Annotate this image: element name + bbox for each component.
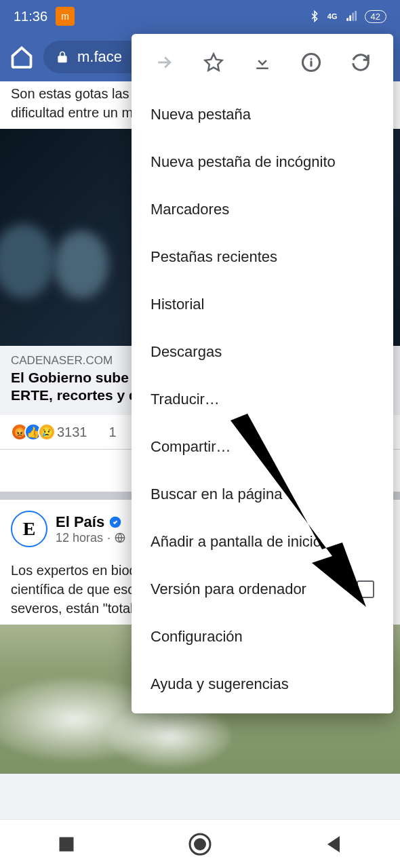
- url-text: m.face: [77, 48, 122, 66]
- post-author[interactable]: El País: [56, 513, 125, 531]
- reaction-icons: 😡 👍 😢: [11, 423, 52, 441]
- info-button[interactable]: [299, 50, 323, 75]
- menu-item-share[interactable]: Compartir…: [132, 423, 393, 471]
- menu-item-incognito[interactable]: Nueva pestaña de incógnito: [132, 138, 393, 186]
- home-button[interactable]: [188, 832, 212, 856]
- browser-menu: Nueva pestaña Nueva pestaña de incógnito…: [132, 34, 393, 713]
- recent-apps-button[interactable]: [54, 832, 79, 856]
- menu-item-recent-tabs[interactable]: Pestañas recientes: [132, 233, 393, 281]
- svg-rect-2: [60, 837, 74, 851]
- menu-item-add-homescreen[interactable]: Añadir a pantalla de inicio: [132, 518, 393, 566]
- menu-item-settings[interactable]: Configuración: [132, 613, 393, 660]
- reload-button[interactable]: [348, 50, 373, 75]
- menu-item-new-tab[interactable]: Nueva pestaña: [132, 91, 393, 138]
- android-status-bar: 11:36 m 4G 42: [0, 0, 400, 33]
- menu-item-find[interactable]: Buscar en la página: [132, 471, 393, 518]
- forward-button[interactable]: [152, 50, 176, 75]
- reactions-count: 3131: [57, 425, 87, 440]
- download-button[interactable]: [250, 50, 275, 75]
- desktop-site-checkbox[interactable]: [357, 580, 374, 598]
- menu-item-translate[interactable]: Traducir…: [132, 376, 393, 423]
- status-time: 11:36: [14, 9, 47, 24]
- bluetooth-icon: [308, 9, 321, 24]
- notification-icon: m: [56, 7, 75, 26]
- home-button[interactable]: [9, 45, 34, 69]
- bookmark-button[interactable]: [201, 50, 226, 75]
- sad-icon: 😢: [38, 423, 56, 441]
- android-nav-bar: [0, 819, 400, 868]
- globe-icon: [115, 532, 125, 543]
- lock-icon: [56, 50, 69, 64]
- verified-icon: [108, 515, 122, 529]
- menu-item-help[interactable]: Ayuda y sugerencias: [132, 660, 393, 708]
- comments-count: 1: [109, 425, 117, 440]
- signal-icon: [344, 11, 358, 22]
- menu-item-desktop-site[interactable]: Versión para ordenador: [132, 566, 393, 613]
- menu-icon-row: [132, 34, 393, 91]
- post-meta: 12 horas ·: [56, 531, 125, 545]
- menu-item-bookmarks[interactable]: Marcadores: [132, 186, 393, 233]
- menu-item-downloads[interactable]: Descargas: [132, 328, 393, 376]
- svg-point-4: [194, 838, 206, 850]
- back-button[interactable]: [321, 832, 346, 856]
- battery-level: 42: [365, 10, 386, 23]
- menu-item-history[interactable]: Historial: [132, 281, 393, 328]
- network-type: 4G: [327, 12, 338, 20]
- avatar[interactable]: E: [11, 511, 47, 547]
